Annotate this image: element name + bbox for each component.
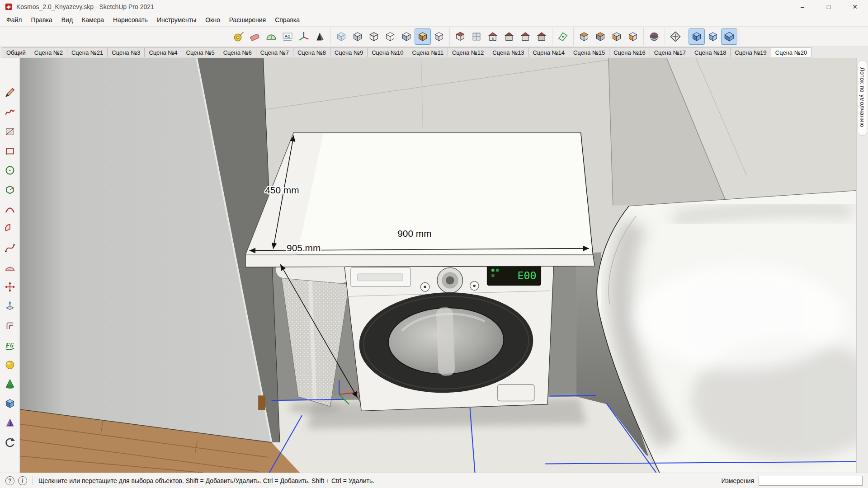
view-top[interactable] [469,29,484,44]
status-bar: ?i Щелкните или перетащите для выбора об… [0,473,868,488]
menu-item-camera[interactable]: Камера [77,14,108,25]
display-section-outline[interactable] [625,29,641,44]
move-tool[interactable] [4,281,16,293]
tab-scene-11[interactable]: Сцена №11 [408,47,448,57]
info-icon[interactable]: i [18,476,27,485]
style-xray[interactable] [334,29,349,44]
component-pyramid-tool[interactable] [4,417,16,429]
style-hidden-line[interactable] [382,29,398,44]
tab-general[interactable]: Общий [2,47,30,57]
tab-scene-13[interactable]: Сцена №13 [488,47,528,57]
toolbar-group-8 [686,28,740,46]
style-monochrome[interactable] [431,29,447,44]
orbit-tool[interactable] [646,29,662,44]
tab-scene-17[interactable]: Сцена №17 [650,47,690,57]
3d-viewport[interactable]: E00 [20,58,856,473]
menu-item-view[interactable]: Вид [57,14,77,25]
toolbar-group-5 [574,28,644,46]
arc-tool[interactable] [4,203,16,216]
view-iso[interactable] [453,29,468,44]
bezier-tool[interactable] [4,242,16,254]
tab-scene-14[interactable]: Сцена №14 [528,47,569,57]
dimension-tool[interactable]: A1 [280,29,295,44]
tab-scene-4[interactable]: Сцена №4 [144,47,181,57]
cabinet[interactable] [20,58,280,442]
machine-display-panel: E00 [487,264,541,285]
tab-scene-12[interactable]: Сцена №12 [448,47,488,57]
measurements-input[interactable] [759,476,863,486]
perspective-view[interactable] [689,29,704,44]
fredo6-tools[interactable]: F6 [4,339,16,352]
view-front[interactable] [485,29,500,44]
measurements-box: Измерения [721,476,863,486]
menu-item-draw[interactable]: Нарисовать [108,14,152,25]
menu-item-tools[interactable]: Инструменты [152,14,201,25]
circle-tool[interactable] [4,164,16,177]
maximize-button[interactable]: □ [816,0,842,14]
axes-tool[interactable] [296,29,311,44]
style-shaded[interactable] [399,29,414,44]
component-cone-tool[interactable] [4,378,16,390]
tape-measure-tool[interactable] [231,29,246,44]
help-icon[interactable]: ? [5,476,14,485]
protractor-tool[interactable] [264,29,279,44]
measurements-label: Измерения [721,477,754,484]
polygon-tool[interactable] [4,183,16,196]
line-tool[interactable] [4,86,16,99]
view-right[interactable] [501,29,517,44]
arc-segment-tool[interactable] [4,261,16,274]
svg-text:F6: F6 [5,342,14,349]
push-pull-tool[interactable] [4,300,16,313]
tab-scene-18[interactable]: Сцена №18 [690,47,730,57]
display-section-fill[interactable] [609,29,624,44]
close-button[interactable]: ✕ [842,0,868,14]
section-plane-tool[interactable] [555,29,571,44]
menu-item-edit[interactable]: Правка [26,14,57,25]
style-back-edges[interactable] [350,29,365,44]
component-sphere-tool[interactable] [4,358,16,371]
style-wireframe[interactable] [366,29,382,44]
minimize-button[interactable]: – [789,0,816,14]
component-cube-tool[interactable] [4,397,16,410]
tab-scene-8[interactable]: Сцена №8 [293,47,330,57]
tab-scene-19[interactable]: Сцена №19 [730,47,770,57]
view-back[interactable] [518,29,533,44]
scene-tabs: ОбщийСцена №2Сцена №21Сцена №3Сцена №4Сц… [0,47,868,58]
parallel-projection-view[interactable] [705,29,721,44]
two-point-perspective-view[interactable] [722,29,737,44]
menu-item-extensions[interactable]: Расширения [225,14,270,25]
tab-scene-10[interactable]: Сцена №10 [367,47,407,57]
pie-tool[interactable] [4,222,16,235]
eraser-tool[interactable] [247,29,263,44]
tab-scene-15[interactable]: Сцена №15 [569,47,609,57]
tab-scene-16[interactable]: Сцена №16 [609,47,649,57]
offset-tool[interactable] [4,319,16,332]
style-shaded-textures[interactable] [415,29,430,44]
tab-scene-9[interactable]: Сцена №9 [330,47,367,57]
3d-text-tool[interactable] [312,29,328,44]
menu-item-help[interactable]: Справка [270,14,304,25]
tab-scene-5[interactable]: Сцена №5 [182,47,219,57]
default-tray-label: Лоток по умолчанию [859,67,866,127]
menu-item-window[interactable]: Окно [201,14,225,25]
rotate-tool[interactable] [4,436,16,449]
view-left[interactable] [534,29,549,44]
rotated-rectangle-tool[interactable] [4,145,16,157]
default-tray-tab[interactable]: Лоток по умолчанию [858,61,867,136]
toolbar-group-1: A1 [228,28,331,46]
tab-scene-3[interactable]: Сцена №3 [107,47,144,57]
freehand-tool[interactable] [4,106,16,118]
menu-bar: ФайлПравкаВидКамераНарисоватьИнструменты… [0,14,868,26]
tab-scene-2[interactable]: Сцена №2 [30,47,67,57]
menu-item-file[interactable]: Файл [2,14,26,25]
tab-scene-20[interactable]: Сцена №20 [771,47,811,57]
tab-scene-6[interactable]: Сцена №6 [219,47,256,57]
status-icons: ?i [5,476,27,485]
tab-scene-7[interactable]: Сцена №7 [256,47,293,57]
display-section-planes[interactable] [576,29,592,44]
display-section-cuts[interactable] [593,29,608,44]
washing-machine[interactable]: E00 [344,254,554,411]
rectangle-tool[interactable] [4,125,16,138]
look-around-tool[interactable] [668,29,683,44]
tab-scene-21[interactable]: Сцена №21 [67,47,107,57]
